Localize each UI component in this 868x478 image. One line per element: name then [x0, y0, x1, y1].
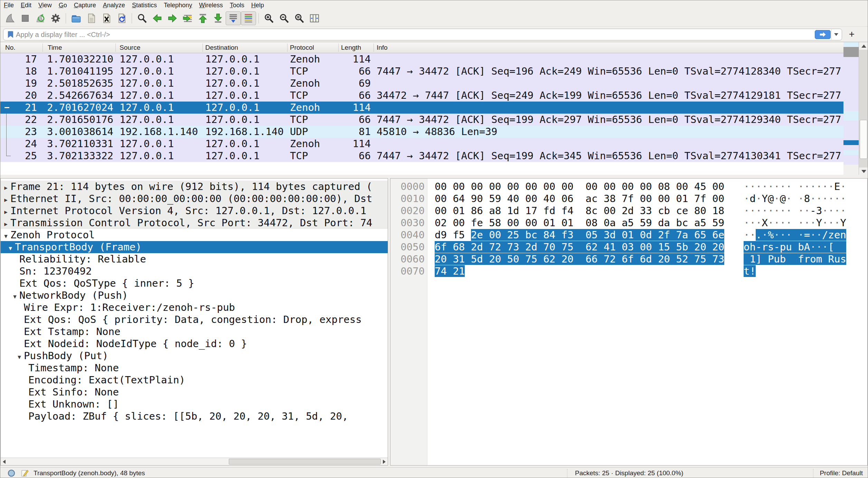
previous-packet-button[interactable]	[150, 11, 165, 25]
packet-list-header[interactable]: No.TimeSourceDestinationProtocolLengthIn…	[0, 42, 843, 53]
display-filter-field[interactable]	[3, 29, 842, 40]
detail-row[interactable]: Ext Sinfo: None	[1, 386, 388, 398]
hex-byte[interactable]: 00	[471, 181, 483, 192]
hex-byte[interactable]: 38	[604, 193, 616, 204]
hex-byte[interactable]: 74	[435, 265, 447, 277]
hex-byte[interactable]: 6f	[435, 241, 447, 253]
hex-byte[interactable]: 50	[507, 253, 519, 265]
column-header-info[interactable]: Info	[377, 42, 388, 53]
hex-byte[interactable]: 75	[562, 241, 574, 253]
hex-byte[interactable]: 01	[453, 205, 465, 217]
detail-row[interactable]: ▸Transmission Control Protocol, Src Port…	[1, 217, 388, 229]
add-filter-button[interactable]: +	[845, 29, 859, 40]
menu-go[interactable]: Go	[55, 0, 70, 10]
hex-byte[interactable]: 08	[658, 181, 670, 192]
collapse-arrow-icon[interactable]: ▾	[6, 242, 15, 254]
hex-byte[interactable]: 00	[489, 181, 501, 192]
close-file-button[interactable]	[99, 11, 114, 25]
hex-byte[interactable]: d9	[435, 229, 447, 241]
scroll-right-button[interactable]	[381, 458, 388, 465]
profile-status[interactable]: Profile: Default	[820, 468, 863, 478]
hex-byte[interactable]: 73	[712, 253, 724, 265]
hex-byte[interactable]: bc	[525, 229, 537, 241]
hex-byte[interactable]: 86	[471, 205, 483, 217]
detail-row[interactable]: Ext Qos: QoSType { inner: 5 }	[1, 277, 388, 289]
colorize-toggle-button[interactable]	[241, 11, 256, 25]
detail-row[interactable]: ▸Frame 21: 114 bytes on wire (912 bits),…	[1, 181, 388, 193]
hex-byte[interactable]: 59	[489, 193, 501, 204]
packet-row-22[interactable]: 222.701650176127.0.0.1127.0.0.1TCP667447…	[0, 114, 843, 126]
packet-row-20[interactable]: 202.542667634127.0.0.1127.0.0.1TCP663447…	[0, 89, 843, 102]
hex-byte[interactable]: 20	[435, 253, 447, 265]
hex-bytes[interactable]: 00 01 86 a8 1d 17 fd f4 8c 00 2d 33 cb c…	[435, 205, 724, 217]
ascii-text[interactable]: ··.·%··· ·=··/zen	[744, 229, 846, 241]
hex-byte[interactable]: 65	[694, 229, 706, 241]
hex-byte[interactable]: 7a	[676, 229, 688, 241]
hex-byte[interactable]: 01	[676, 193, 688, 204]
intelligent-scrollbar-minimap[interactable]	[843, 42, 859, 175]
restart-capture-button[interactable]	[33, 11, 48, 25]
hex-byte[interactable]: 6d	[640, 253, 652, 265]
ascii-text[interactable]: oh-rs-pu bA···[	[744, 241, 846, 253]
scrollbar-thumb[interactable]	[860, 120, 867, 159]
collapse-arrow-icon[interactable]: ▾	[1, 230, 10, 242]
hex-byte[interactable]: 2d	[471, 241, 483, 253]
hex-row-0040[interactable]: 0040d9 f5 2e 00 25 bc 84 f3 05 3d 01 0d …	[390, 229, 867, 241]
hex-row-0010[interactable]: 001000 64 90 59 40 00 40 06 ac 38 7f 00 …	[390, 193, 867, 205]
hex-byte[interactable]: 31	[453, 253, 465, 265]
packet-list-vertical-scrollbar[interactable]	[859, 42, 868, 175]
hex-byte[interactable]: f3	[562, 229, 574, 241]
last-packet-button[interactable]	[210, 11, 226, 25]
hex-byte[interactable]: 2d	[622, 205, 634, 217]
menu-wireless[interactable]: Wireless	[196, 0, 226, 10]
hex-byte[interactable]: 41	[604, 241, 616, 253]
hex-byte[interactable]: 00	[435, 193, 447, 204]
column-header-source[interactable]: Source	[120, 42, 140, 53]
open-file-button[interactable]	[68, 11, 84, 25]
hex-byte[interactable]: da	[658, 217, 670, 229]
expand-arrow-icon[interactable]: ▸	[1, 206, 10, 218]
hex-byte[interactable]: a8	[489, 205, 501, 217]
hex-byte[interactable]: 66	[586, 253, 598, 265]
column-separator[interactable]	[287, 44, 287, 52]
hex-row-0020[interactable]: 002000 01 86 a8 1d 17 fd f4 8c 00 2d 33 …	[390, 205, 867, 217]
hex-byte[interactable]: ce	[676, 205, 688, 217]
hex-byte[interactable]: 20	[562, 253, 574, 265]
hex-byte[interactable]: 64	[453, 193, 465, 204]
detail-row[interactable]: ▸Internet Protocol Version 4, Src: 127.0…	[1, 205, 388, 217]
hex-byte[interactable]: 40	[543, 193, 555, 204]
ascii-text[interactable]: ········ ······E·	[744, 181, 846, 193]
expand-arrow-icon[interactable]: ▸	[1, 194, 10, 206]
hex-byte[interactable]: 15	[658, 241, 670, 253]
hex-byte[interactable]: f5	[453, 229, 465, 241]
column-separator[interactable]	[374, 44, 374, 52]
hex-byte[interactable]: 20	[712, 241, 724, 253]
hex-byte[interactable]: 00	[525, 181, 537, 192]
hex-byte[interactable]: 1d	[507, 205, 519, 217]
hex-byte[interactable]: 20	[694, 241, 706, 253]
detail-row[interactable]: Payload: ZBuf { slices: [[5b, 20, 20, 20…	[1, 410, 388, 422]
capture-options-button[interactable]	[48, 11, 63, 25]
hex-row-0070[interactable]: 007074 21t!	[390, 265, 867, 277]
hex-bytes[interactable]: d9 f5 2e 00 25 bc 84 f3 05 3d 01 0d 2f 7…	[435, 229, 724, 241]
hex-byte[interactable]: 00	[712, 181, 724, 192]
hex-byte[interactable]: 84	[543, 229, 555, 241]
hex-bytes[interactable]: 02 00 fe 58 00 00 01 01 08 0a a5 59 da b…	[435, 217, 724, 229]
details-horizontal-scrollbar[interactable]	[1, 458, 388, 465]
hex-byte[interactable]: 75	[525, 253, 537, 265]
hex-byte[interactable]: 00	[507, 181, 519, 192]
hex-byte[interactable]: 00	[435, 181, 447, 192]
hex-byte[interactable]: 00	[543, 181, 555, 192]
hex-byte[interactable]: ac	[586, 193, 598, 204]
hex-byte[interactable]: 68	[453, 241, 465, 253]
detail-row[interactable]: Ext Unknown: []	[1, 398, 388, 410]
packet-row-24[interactable]: 243.702110331127.0.0.1127.0.0.1Zenoh114	[0, 138, 843, 150]
hex-byte[interactable]: 00	[604, 205, 616, 217]
hex-byte[interactable]: 03	[622, 241, 634, 253]
hex-byte[interactable]: 08	[586, 217, 598, 229]
detail-row[interactable]: ▾Zenoh Protocol	[1, 229, 388, 241]
packet-row-25[interactable]: 253.702133322127.0.0.1127.0.0.1TCP667447…	[0, 150, 843, 162]
hex-byte[interactable]: 2e	[471, 229, 483, 241]
hex-byte[interactable]: 21	[453, 265, 465, 277]
hex-byte[interactable]: 2f	[658, 229, 670, 241]
